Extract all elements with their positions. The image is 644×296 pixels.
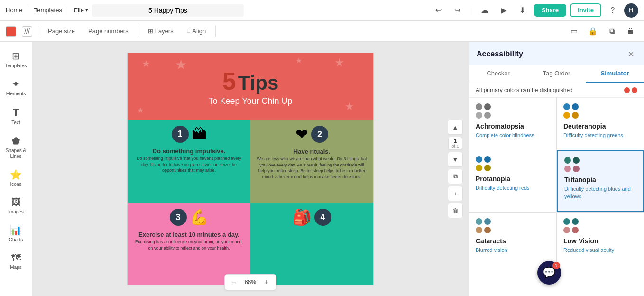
vision-tritanopia[interactable]: Tritanopia Difficulty detecting blues an… (557, 150, 644, 212)
toolbar: /// Page size Page numbers ⊞ Layers ≡ Al… (0, 21, 644, 42)
chat-bubble-button[interactable]: 💬 1 (537, 261, 561, 285)
canvas-right-controls: ▲ 1 of 1 ▼ ⧉ + 🗑 (448, 120, 463, 218)
cloud-save-button[interactable]: ☁ (477, 3, 492, 18)
sidebar-item-templates[interactable]: ⊞ Templates (2, 46, 30, 73)
tip1-heading: Do something impulsive. (153, 148, 226, 155)
panel-close-button[interactable]: ✕ (625, 48, 636, 60)
undo-button[interactable]: ↩ (431, 3, 446, 18)
charts-icon: 📊 (10, 224, 22, 236)
tip3-cell: 3 💪 Exercise at least 10 minutes a day. … (128, 203, 250, 285)
tip4-badge: 4 (314, 209, 331, 226)
sidebar-item-charts[interactable]: 📊 Charts (2, 221, 30, 247)
copy-button[interactable]: ⧉ (604, 24, 619, 39)
sidebar-item-images-label: Images (8, 209, 24, 215)
tip1-body: Do something impulsive that you haven't … (132, 156, 246, 174)
status-dot-2 (632, 87, 637, 93)
zoom-out-button[interactable]: − (229, 277, 240, 288)
sidebar-item-shapes[interactable]: ⬟ Shapes & Lines (2, 131, 30, 163)
frame-button[interactable]: ▭ (566, 24, 581, 39)
nav-home[interactable]: Home (6, 7, 22, 14)
layers-button[interactable]: ⊞ Layers (144, 26, 177, 37)
download-button[interactable]: ⬇ (515, 3, 530, 18)
share-button[interactable]: Share (534, 4, 566, 17)
toolbar-divider3 (215, 26, 216, 37)
add-page-button[interactable]: + (448, 186, 463, 201)
deuteranopia-desc: Difficulty detecting greens (563, 132, 637, 139)
deuteranopia-title: Deuteranopia (563, 122, 637, 130)
tip3-icon: 💪 (190, 208, 209, 226)
invite-button[interactable]: Invite (570, 3, 601, 17)
pattern-picker[interactable]: /// (22, 26, 32, 37)
star-decoration: ★ (137, 106, 144, 115)
star-decoration: ★ (175, 57, 187, 73)
scroll-down-button[interactable]: ▼ (448, 152, 463, 167)
vision-cataracts[interactable]: Cataracts Blurred vision (469, 213, 556, 265)
chat-badge: 1 (552, 262, 560, 269)
tritanopia-dots (564, 157, 583, 172)
help-button[interactable]: ? (605, 3, 620, 18)
align-icon: ≡ (187, 28, 191, 35)
align-button[interactable]: ≡ Align (183, 26, 210, 37)
maps-icon: 🗺 (11, 252, 21, 263)
star-decoration: ★ (142, 58, 150, 69)
nav-file-menu[interactable]: File ▾ (74, 7, 88, 14)
lock-button[interactable]: 🔒 (585, 24, 600, 39)
tab-simulator[interactable]: Simulator (586, 65, 644, 83)
page-size-button[interactable]: Page size (44, 26, 79, 37)
sidebar-item-templates-label: Templates (5, 63, 27, 69)
icons-icon: ⭐ (10, 169, 22, 180)
tip3-badge: 3 (170, 209, 187, 226)
page-numbers-button[interactable]: Page numbers (84, 26, 132, 37)
sidebar: ⊞ Templates ✦ Elements T Text ⬟ Shapes &… (0, 42, 32, 296)
vision-deuteranopia[interactable]: Deuteranopia Difficulty detecting greens (557, 98, 644, 150)
tab-checker[interactable]: Checker (469, 65, 527, 83)
vision-achromatopsia[interactable]: Achromatopsia Complete color blindness (469, 98, 556, 150)
panel-title: Accessibility (477, 50, 523, 58)
templates-icon: ⊞ (12, 50, 20, 62)
sidebar-item-maps[interactable]: 🗺 Maps (2, 249, 30, 274)
vision-type-grid: Achromatopsia Complete color blindness D… (469, 98, 644, 265)
scroll-up-button[interactable]: ▲ (448, 120, 463, 135)
toolbar-divider2 (138, 26, 138, 37)
cataracts-desc: Blurred vision (476, 247, 550, 254)
vision-protanopia[interactable]: Protanopia Difficulty detecting reds (469, 150, 556, 212)
sidebar-item-text-label: Text (11, 120, 20, 126)
nav-templates[interactable]: Templates (34, 7, 62, 14)
copy-page-button[interactable]: ⧉ (448, 169, 463, 184)
low-vision-title: Low Vision (563, 237, 637, 245)
sidebar-item-elements-label: Elements (6, 91, 26, 97)
avatar[interactable]: H (624, 3, 638, 18)
tip1-badge: 1 (172, 126, 189, 143)
tritanopia-desc: Difficulty detecting blues and yellows (564, 185, 636, 200)
elements-icon: ✦ (12, 78, 20, 90)
tip2-icon: ❤ (295, 125, 308, 143)
cataracts-title: Cataracts (476, 237, 550, 245)
images-icon: 🖼 (11, 197, 21, 208)
present-button[interactable]: ▶ (496, 3, 511, 18)
sidebar-item-elements[interactable]: ✦ Elements (2, 74, 30, 101)
sidebar-item-shapes-label: Shapes & Lines (4, 148, 28, 159)
tip4-icon: 🎒 (293, 208, 312, 226)
vision-low-vision[interactable]: Low Vision Reduced visual acuity (557, 213, 644, 265)
protanopia-title: Protanopia (476, 175, 550, 183)
document-title-input[interactable] (92, 4, 244, 17)
redo-button[interactable]: ↪ (450, 3, 465, 18)
panel-status-bar: All primary colors can be distinguished (469, 83, 644, 98)
infographic-title-number: 5 (222, 67, 236, 95)
achromatopsia-dots (476, 103, 495, 119)
zoom-in-button[interactable]: + (261, 277, 272, 288)
main-area: ⊞ Templates ✦ Elements T Text ⬟ Shapes &… (0, 42, 644, 296)
fill-color-picker[interactable] (6, 26, 16, 37)
infographic-canvas[interactable]: ★ ★ ★ ★ ★ ★ 5 Tips To Keep Your Chin Up … (127, 53, 374, 285)
sidebar-item-icons[interactable]: ⭐ Icons (2, 165, 30, 191)
sidebar-item-images[interactable]: 🖼 Images (2, 193, 30, 219)
sidebar-item-text[interactable]: T Text (2, 102, 30, 130)
tip1-icon: 🏔 (192, 125, 207, 143)
tab-tag-order[interactable]: Tag Order (527, 65, 586, 83)
accessibility-panel: Accessibility ✕ Checker Tag Order Simula… (469, 42, 644, 296)
delete-button[interactable]: 🗑 (623, 24, 638, 39)
nav-separator (28, 6, 28, 15)
deuteranopia-dots (563, 103, 582, 119)
delete-page-button[interactable]: 🗑 (448, 203, 463, 218)
sidebar-item-icons-label: Icons (10, 182, 22, 187)
